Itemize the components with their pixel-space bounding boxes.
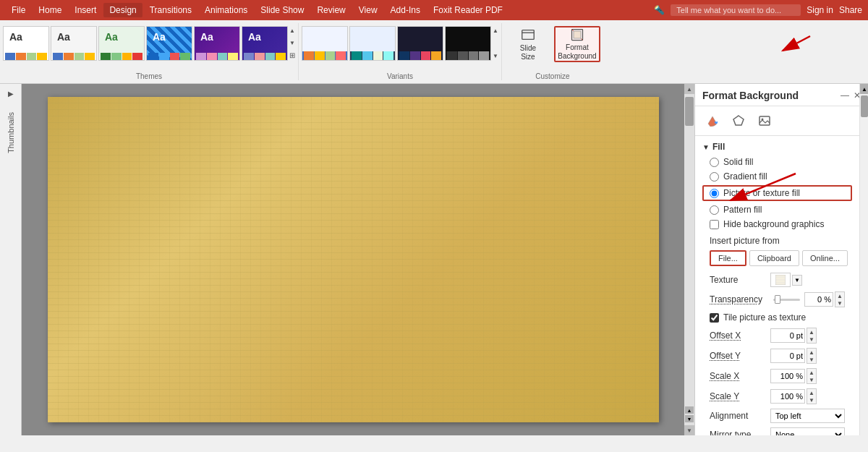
transparency-slider[interactable] xyxy=(773,299,800,301)
format-background-button[interactable]: FormatBackground xyxy=(554,26,600,62)
picture-texture-fill-option[interactable]: Picture or texture fill xyxy=(702,185,852,201)
solid-fill-option[interactable]: Solid fill xyxy=(695,155,859,169)
menu-view[interactable]: View xyxy=(353,3,383,17)
solid-fill-radio[interactable] xyxy=(710,158,719,167)
menu-file[interactable]: File xyxy=(6,3,31,17)
pattern-fill-option[interactable]: Pattern fill xyxy=(695,202,859,217)
insert-picture-label: Insert picture from xyxy=(695,231,859,249)
transparency-input[interactable]: 0 % xyxy=(804,292,833,307)
fill-section-title: Fill xyxy=(712,142,725,152)
file-button[interactable]: File... xyxy=(710,250,746,266)
theme-3[interactable]: Aa xyxy=(98,26,145,61)
scroll-thumb[interactable] xyxy=(685,97,694,126)
scroll-down-button[interactable]: ▼ xyxy=(684,425,694,435)
scale-y-up[interactable]: ▲ xyxy=(807,389,816,396)
variant-2[interactable] xyxy=(349,26,396,61)
variant-1[interactable] xyxy=(302,26,348,61)
offset-y-spinner[interactable]: ▲ ▼ xyxy=(807,348,817,364)
scale-x-down[interactable]: ▼ xyxy=(807,376,816,383)
scroll-extra-2[interactable]: ▼ xyxy=(685,415,694,422)
gradient-fill-radio[interactable] xyxy=(710,172,719,182)
theme-4[interactable]: Aa xyxy=(146,26,192,61)
theme-2[interactable]: Aa xyxy=(51,26,97,61)
offset-x-down[interactable]: ▼ xyxy=(807,336,816,343)
menu-slideshow[interactable]: Slide Show xyxy=(255,3,310,17)
texture-picker-button[interactable] xyxy=(770,273,791,287)
panel-scroll-up[interactable]: ▲ xyxy=(860,84,868,94)
signin-link[interactable]: Sign in xyxy=(807,5,833,15)
tile-picture-row[interactable]: Tile picture as texture xyxy=(695,310,859,325)
variants-scroll[interactable]: ▲ ▼ xyxy=(493,26,498,61)
fill-icon-button[interactable] xyxy=(702,111,723,131)
theme-5[interactable]: Aa xyxy=(194,26,240,61)
scale-y-spinner[interactable]: ▲ ▼ xyxy=(807,388,817,404)
scale-y-down[interactable]: ▼ xyxy=(807,396,816,404)
svg-rect-6 xyxy=(760,116,770,125)
slide-vertical-scrollbar[interactable]: ▲ ▲ ▼ ▼ xyxy=(684,84,694,435)
effects-icon-button[interactable] xyxy=(728,111,749,131)
menu-transitions[interactable]: Transitions xyxy=(144,3,197,17)
slide-wrapper: ▲ ▲ ▼ ▼ xyxy=(22,84,694,435)
paint-bucket-icon xyxy=(707,115,718,127)
themes-label: Themes xyxy=(3,71,295,80)
offset-y-up[interactable]: ▲ xyxy=(807,349,816,356)
gradient-fill-option[interactable]: Gradient fill xyxy=(695,169,859,184)
offset-x-spinner[interactable]: ▲ ▼ xyxy=(807,328,817,344)
mirror-type-row: Mirror type None Horizontal Vertical Bot… xyxy=(695,425,859,435)
variant-4[interactable] xyxy=(445,26,491,61)
fill-section-header[interactable]: ▼ Fill xyxy=(695,136,859,155)
alignment-control: Top left Top center Top right Middle lef… xyxy=(770,409,845,423)
panel-controls: — ✕ xyxy=(841,90,861,101)
customize-label: Customize xyxy=(505,71,600,80)
transparency-spinner[interactable]: ▲ ▼ xyxy=(835,291,845,307)
clipboard-button[interactable]: Clipboard xyxy=(749,250,799,266)
menu-addins[interactable]: Add-Ins xyxy=(385,3,426,17)
panel-scrollbar[interactable]: ▲ xyxy=(859,84,868,435)
hide-background-checkbox[interactable] xyxy=(710,220,719,229)
texture-dropdown-arrow[interactable]: ▼ xyxy=(792,275,802,286)
menu-home[interactable]: Home xyxy=(33,3,67,17)
tile-picture-checkbox[interactable] xyxy=(710,313,719,323)
menu-animations[interactable]: Animations xyxy=(199,3,253,17)
theme-6[interactable]: Aa xyxy=(242,26,288,61)
online-button[interactable]: Online... xyxy=(802,250,848,266)
alignment-label: Alignment xyxy=(710,411,767,421)
search-input[interactable] xyxy=(671,4,801,16)
picture-fill-radio[interactable] xyxy=(710,189,719,198)
share-button[interactable]: Share xyxy=(839,5,862,15)
gradient-fill-label: Gradient fill xyxy=(723,171,767,182)
thumbnails-toggle[interactable]: ▶ xyxy=(8,90,14,98)
transparency-up[interactable]: ▲ xyxy=(835,292,844,299)
scale-x-input[interactable]: 100 % xyxy=(770,369,805,383)
hide-background-option[interactable]: Hide background graphics xyxy=(695,217,859,231)
menu-insert[interactable]: Insert xyxy=(69,3,102,17)
mirror-type-label: Mirror type xyxy=(710,430,767,435)
scroll-extra-1[interactable]: ▲ xyxy=(685,406,694,414)
panel-minimize-button[interactable]: — xyxy=(841,90,849,101)
texture-control: ▼ xyxy=(770,273,845,287)
transparency-down[interactable]: ▼ xyxy=(835,299,844,307)
offset-y-down[interactable]: ▼ xyxy=(807,356,816,363)
menu-design[interactable]: Design xyxy=(103,3,142,17)
themes-scroll[interactable]: ▲ ▼ ⊞ xyxy=(289,26,295,61)
scale-y-input[interactable]: 100 % xyxy=(770,389,805,404)
menu-bar: File Home Insert Design Transitions Anim… xyxy=(0,0,868,20)
theme-default[interactable]: Aa xyxy=(3,26,49,61)
panel-scroll-thumb[interactable] xyxy=(861,95,868,117)
alignment-dropdown[interactable]: Top left Top center Top right Middle lef… xyxy=(770,409,845,423)
solid-fill-label: Solid fill xyxy=(723,157,753,167)
scroll-up-button[interactable]: ▲ xyxy=(684,84,694,94)
scale-x-up[interactable]: ▲ xyxy=(807,369,816,376)
menu-foxit[interactable]: Foxit Reader PDF xyxy=(427,3,509,17)
scale-x-label: Scale X xyxy=(710,371,767,381)
scale-x-spinner[interactable]: ▲ ▼ xyxy=(807,368,817,384)
slide-size-button[interactable]: SlideSize xyxy=(505,26,551,62)
offset-x-up[interactable]: ▲ xyxy=(807,328,816,336)
mirror-type-dropdown[interactable]: None Horizontal Vertical Both xyxy=(770,427,845,435)
pattern-fill-radio[interactable] xyxy=(710,205,719,215)
menu-review[interactable]: Review xyxy=(311,3,351,17)
variant-3[interactable] xyxy=(397,26,443,61)
offset-x-input[interactable]: 0 pt xyxy=(770,328,805,343)
image-icon-button[interactable] xyxy=(754,111,775,131)
offset-y-input[interactable]: 0 pt xyxy=(770,349,805,363)
